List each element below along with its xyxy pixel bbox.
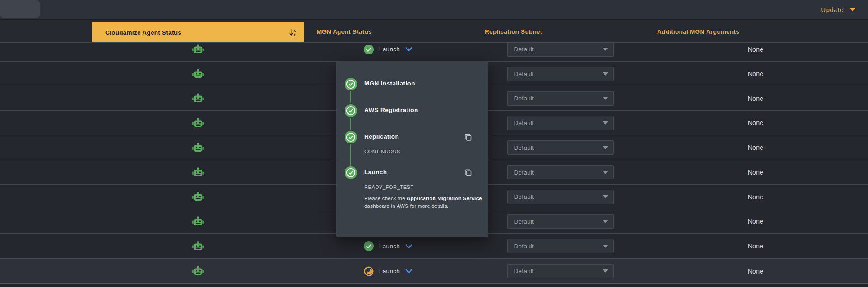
copy-icon[interactable] <box>464 168 473 177</box>
note-text: Please check the <box>364 196 407 201</box>
column-header-replication-subnet[interactable]: Replication Subnet <box>485 20 542 43</box>
replication-subnet-select[interactable]: Default <box>507 165 614 179</box>
cloudamize-agent-robot-icon <box>192 69 204 79</box>
subnet-selected-value: Default <box>514 193 534 200</box>
replication-subnet-select[interactable]: Default <box>507 67 614 81</box>
table-footer-strip <box>0 283 868 287</box>
dropdown-caret-icon <box>603 146 608 149</box>
sort-alpha-down-icon[interactable]: A Z <box>289 28 298 37</box>
additional-mgn-arguments-value: None <box>748 119 764 126</box>
additional-mgn-arguments-value: None <box>748 218 764 225</box>
top-bar: Update <box>0 0 868 19</box>
replication-subnet-select[interactable]: Default <box>507 140 614 155</box>
subnet-selected-value: Default <box>514 144 534 151</box>
column-header-mgn-agent-status[interactable]: MGN Agent Status <box>317 20 372 43</box>
additional-mgn-arguments-value: None <box>748 193 764 201</box>
additional-mgn-arguments-value: None <box>748 70 764 77</box>
mgn-status-popover: MGN InstallationAWS RegistrationReplicat… <box>336 62 488 237</box>
cloudamize-agent-robot-icon <box>192 192 204 202</box>
step-success-check-icon <box>345 166 357 179</box>
cloudamize-agent-robot-icon <box>192 44 204 54</box>
additional-mgn-arguments-value: None <box>748 268 764 275</box>
step-title: AWS Registration <box>364 107 418 113</box>
dropdown-caret-icon <box>603 245 608 248</box>
step-title: Replication <box>364 133 399 140</box>
column-header-label: Cloudamize Agent Status <box>105 29 181 36</box>
subnet-selected-value: Default <box>514 120 534 126</box>
dropdown-caret-icon <box>603 195 608 198</box>
column-header-additional-mgn-arguments[interactable]: Additional MGN Arguments <box>657 20 739 43</box>
popover-note: Please check the Application Migration S… <box>364 195 487 210</box>
chevron-down-icon[interactable] <box>405 269 412 273</box>
subnet-selected-value: Default <box>514 46 534 53</box>
subnet-selected-value: Default <box>514 71 534 77</box>
replication-subnet-select[interactable]: Default <box>507 42 614 57</box>
mgn-status-expander[interactable]: Launch <box>364 241 412 251</box>
table-row: LaunchDefaultNone <box>0 43 868 62</box>
subnet-selected-value: Default <box>514 169 534 176</box>
cloudamize-agent-robot-icon <box>192 266 204 276</box>
update-label: Update <box>821 6 844 13</box>
toolbar-tab-fragment <box>0 0 40 18</box>
step-success-check-icon <box>345 131 357 144</box>
chevron-down-icon <box>850 8 855 11</box>
additional-mgn-arguments-value: None <box>748 144 764 151</box>
additional-mgn-arguments-value: None <box>748 46 764 53</box>
additional-mgn-arguments-value: None <box>748 242 764 250</box>
update-button[interactable]: Update <box>821 0 855 19</box>
replication-subnet-select[interactable]: Default <box>507 264 614 278</box>
subnet-selected-value: Default <box>514 95 534 102</box>
dropdown-caret-icon <box>603 269 608 273</box>
cloudamize-agent-robot-icon <box>192 167 204 178</box>
table-header: Cloudamize Agent Status A Z MGN Agent St… <box>0 20 868 43</box>
chevron-down-icon[interactable] <box>405 244 412 248</box>
mgn-status-expander[interactable]: Launch <box>364 266 412 276</box>
note-text: dashboard in AWS for more details. <box>364 203 448 209</box>
cloudamize-agent-robot-icon <box>192 216 204 227</box>
dropdown-caret-icon <box>603 48 608 51</box>
replication-subnet-select[interactable]: Default <box>507 214 614 229</box>
chevron-down-icon[interactable] <box>405 47 412 51</box>
replication-subnet-select[interactable]: Default <box>507 116 614 130</box>
mgn-status-label: Launch <box>379 243 400 250</box>
step-connector-line <box>350 91 352 103</box>
cloudamize-agent-robot-icon <box>192 93 204 103</box>
step-connector-line <box>350 118 352 130</box>
step-connector-line <box>350 144 352 166</box>
replication-subnet-select[interactable]: Default <box>507 190 614 204</box>
dropdown-caret-icon <box>603 72 608 76</box>
subnet-selected-value: Default <box>514 243 534 250</box>
note-bold-text: Application Migration Service <box>407 196 482 201</box>
step-title: MGN Installation <box>364 80 415 87</box>
additional-mgn-arguments-value: None <box>748 169 764 176</box>
dropdown-caret-icon <box>603 171 608 174</box>
replication-subnet-select[interactable]: Default <box>507 91 614 106</box>
mgn-status-label: Launch <box>379 268 400 274</box>
table-row: LaunchDefaultNone <box>0 259 868 283</box>
replication-subnet-select[interactable]: Default <box>507 239 614 253</box>
copy-icon[interactable] <box>464 133 473 142</box>
step-success-check-icon <box>345 104 357 117</box>
step-success-check-icon <box>345 78 357 90</box>
status-in-progress-icon <box>364 266 374 276</box>
status-success-icon <box>364 241 374 251</box>
step-status-value: CONTINUOUS <box>364 149 400 154</box>
column-header-cloudamize-agent-status[interactable]: Cloudamize Agent Status A Z <box>92 22 304 42</box>
svg-text:Z: Z <box>294 33 296 37</box>
subnet-selected-value: Default <box>514 268 534 274</box>
step-status-value: READY_FOR_TEST <box>364 184 414 190</box>
cloudamize-agent-robot-icon <box>192 143 204 153</box>
mgn-status-label: Launch <box>379 46 400 53</box>
subnet-selected-value: Default <box>514 218 534 225</box>
dropdown-caret-icon <box>603 220 608 223</box>
table-row: LaunchDefaultNone <box>0 234 868 259</box>
status-success-icon <box>364 45 374 54</box>
mgn-status-expander[interactable]: Launch <box>364 45 412 54</box>
svg-text:A: A <box>294 29 296 33</box>
step-title: Launch <box>364 169 387 175</box>
dropdown-caret-icon <box>603 97 608 100</box>
additional-mgn-arguments-value: None <box>748 95 764 102</box>
dropdown-caret-icon <box>603 121 608 125</box>
cloudamize-agent-robot-icon <box>192 241 204 251</box>
cloudamize-agent-robot-icon <box>192 118 204 128</box>
